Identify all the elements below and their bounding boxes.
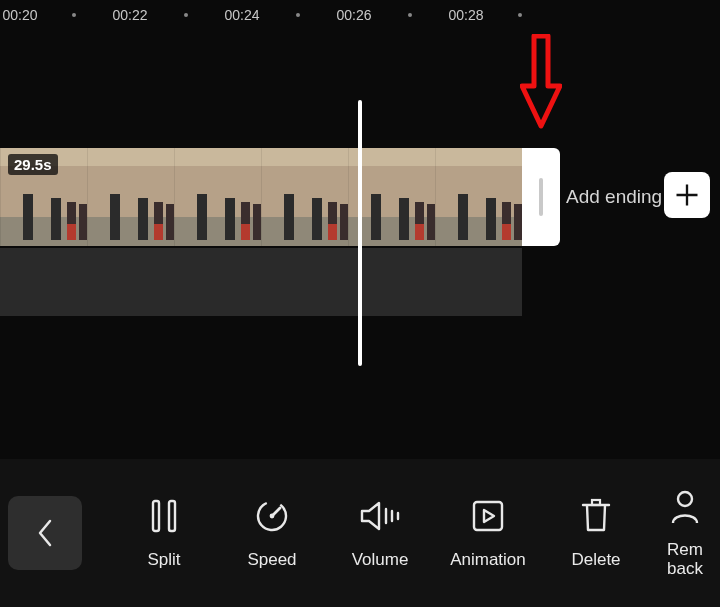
ruler-tick-dot — [518, 13, 522, 17]
svg-rect-8 — [474, 502, 502, 530]
animation-tool[interactable]: Animation — [434, 496, 542, 570]
svg-rect-0 — [153, 501, 159, 531]
clip-trim-handle[interactable] — [522, 148, 560, 246]
speed-tool[interactable]: Speed — [218, 496, 326, 570]
timeline-ruler[interactable]: 00:20 00:22 00:24 00:26 00:28 — [0, 0, 720, 30]
add-clip-button[interactable] — [664, 172, 710, 218]
split-icon — [149, 499, 179, 533]
ruler-tick-label: 00:26 — [336, 7, 371, 23]
clip-thumbnail — [435, 148, 522, 246]
tool-strip: Split Speed — [82, 487, 720, 578]
video-editor-root: { "ruler": { "ticks": ["00:20", "00:22",… — [0, 0, 720, 607]
plus-icon — [673, 181, 701, 209]
tool-label: Volume — [352, 550, 409, 570]
svg-rect-10 — [592, 500, 600, 505]
video-clip[interactable]: 29.5s — [0, 148, 522, 246]
playhead[interactable] — [358, 100, 362, 366]
clip-thumbnail — [87, 148, 174, 246]
volume-tool[interactable]: Volume — [326, 496, 434, 570]
tool-label: Speed — [247, 550, 296, 570]
annotation-arrow-icon — [520, 34, 562, 130]
split-tool[interactable]: Split — [110, 496, 218, 570]
ruler-tick-dot — [184, 13, 188, 17]
secondary-track[interactable] — [0, 248, 522, 316]
add-ending-label[interactable]: Add ending — [566, 148, 662, 246]
clip-thumbnail — [174, 148, 261, 246]
ruler-tick-dot — [296, 13, 300, 17]
tool-label: Delete — [571, 550, 620, 570]
remove-background-tool[interactable]: Remback — [650, 487, 720, 578]
tool-label: Animation — [450, 550, 526, 570]
volume-icon — [359, 500, 401, 532]
back-button[interactable] — [8, 496, 82, 570]
delete-tool[interactable]: Delete — [542, 496, 650, 570]
animation-icon — [471, 499, 505, 533]
clip-thumbnail — [261, 148, 348, 246]
svg-point-11 — [678, 492, 692, 506]
ruler-tick-label: 00:28 — [448, 7, 483, 23]
ruler-tick-label: 00:22 — [112, 7, 147, 23]
editor-toolbar: Split Speed — [0, 459, 720, 607]
ruler-tick-dot — [72, 13, 76, 17]
ruler-tick-label: 00:24 — [224, 7, 259, 23]
svg-point-4 — [270, 514, 275, 519]
trash-icon — [580, 498, 612, 534]
speed-icon — [254, 498, 290, 534]
svg-rect-1 — [169, 501, 175, 531]
chevron-left-icon — [34, 517, 56, 549]
tool-label: Remback — [667, 541, 703, 578]
clip-duration-badge: 29.5s — [8, 154, 58, 175]
tool-label: Split — [147, 550, 180, 570]
ruler-tick-dot — [408, 13, 412, 17]
person-icon — [669, 489, 701, 525]
ruler-tick-label: 00:20 — [2, 7, 37, 23]
